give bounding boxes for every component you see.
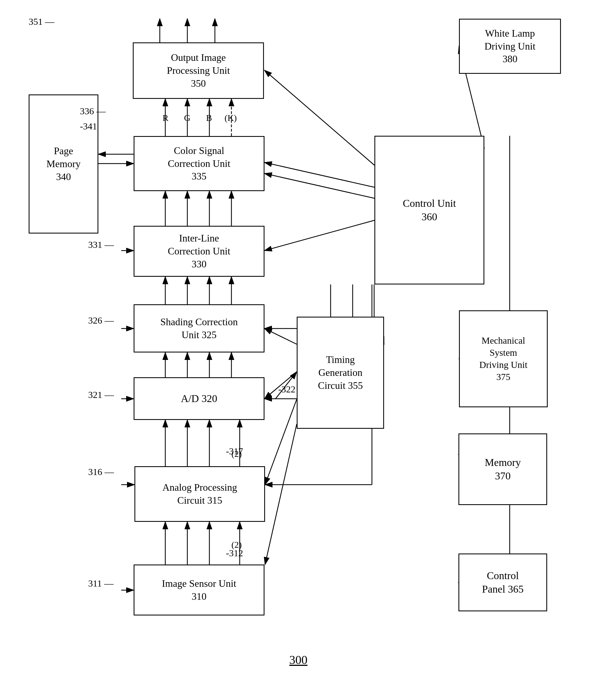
svg-line-32 xyxy=(264,220,375,251)
control-panel-block: ControlPanel 365 xyxy=(458,554,547,611)
svg-line-47 xyxy=(264,329,297,344)
label-K: (K) xyxy=(224,113,237,123)
ref-322: -322 xyxy=(278,384,295,395)
ad-block: A/D 320 xyxy=(134,377,264,420)
interline-correction-block: Inter-LineCorrection Unit330 xyxy=(134,226,264,277)
ref-336: 336 — xyxy=(80,106,106,117)
mechanical-label: MechanicalSystemDriving Unit375 xyxy=(479,334,527,383)
label-2a: (2) xyxy=(232,540,242,550)
output-image-processing-block: Output ImageProcessing Unit350 xyxy=(133,42,264,99)
ref-326: 326 — xyxy=(88,315,114,326)
white-lamp-block: White LampDriving Unit380 xyxy=(459,19,561,74)
ref-321: 321 — xyxy=(88,389,114,400)
ref-311: 311 — xyxy=(88,578,114,589)
label-2b: (2) xyxy=(232,449,242,459)
image-sensor-block: Image Sensor Unit310 xyxy=(134,565,264,616)
shading-correction-block: Shading CorrectionUnit 325 xyxy=(134,304,264,353)
control-unit-block: Control Unit360 xyxy=(375,136,484,285)
ref-331: 331 — xyxy=(88,240,114,250)
svg-line-31 xyxy=(264,173,375,198)
ref-341: -341 xyxy=(80,121,97,132)
diagram: Output ImageProcessing Unit350 Color Sig… xyxy=(0,0,613,700)
control-panel-label: ControlPanel 365 xyxy=(482,569,524,596)
ref-316: 316 — xyxy=(88,467,114,477)
interline-label: Inter-LineCorrection Unit330 xyxy=(168,232,230,270)
label-B: B xyxy=(206,113,212,123)
timing-label: TimingGenerationCircuit 355 xyxy=(318,353,363,392)
diagram-ref-300: 300 xyxy=(289,653,308,667)
label-R: R xyxy=(162,113,168,123)
timing-generation-block: TimingGenerationCircuit 355 xyxy=(297,317,384,429)
color-signal-correction-block: Color SignalCorrection Unit335 xyxy=(134,136,264,191)
svg-line-29 xyxy=(264,70,375,165)
image-sensor-label: Image Sensor Unit310 xyxy=(162,577,236,603)
output-image-processing-label: Output ImageProcessing Unit350 xyxy=(167,51,230,90)
shading-label: Shading CorrectionUnit 325 xyxy=(160,316,238,342)
analog-label: Analog ProcessingCircuit 315 xyxy=(162,481,237,507)
svg-line-30 xyxy=(264,162,375,187)
svg-line-49 xyxy=(265,399,297,485)
mechanical-system-block: MechanicalSystemDriving Unit375 xyxy=(459,311,548,407)
page-memory-label: PageMemory340 xyxy=(47,145,81,183)
color-signal-label: Color SignalCorrection Unit335 xyxy=(168,144,230,183)
white-lamp-label: White LampDriving Unit380 xyxy=(485,27,536,66)
control-unit-label: Control Unit360 xyxy=(403,197,456,224)
memory-label: Memory370 xyxy=(485,456,521,483)
svg-line-50 xyxy=(265,424,297,565)
analog-processing-block: Analog ProcessingCircuit 315 xyxy=(134,466,265,522)
label-G: G xyxy=(184,113,191,123)
memory-block: Memory370 xyxy=(458,433,547,505)
ad-label: A/D 320 xyxy=(181,392,217,405)
ref-351: 351 — xyxy=(29,16,54,27)
